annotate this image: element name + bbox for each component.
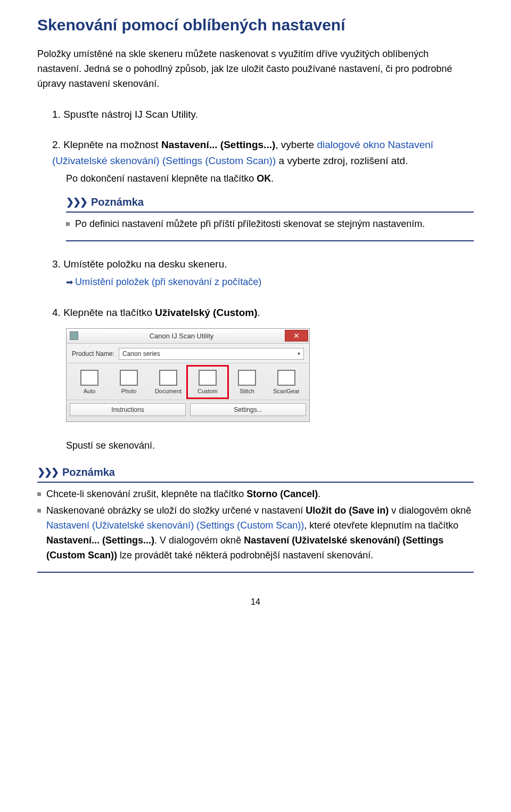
stitch-button[interactable]: Stitch xyxy=(227,367,267,397)
text-bold: Storno (Cancel) xyxy=(246,489,318,499)
bullet-icon xyxy=(66,222,70,226)
text-bold: Nastavení... (Settings...) xyxy=(161,139,275,150)
step-number: 2. xyxy=(52,139,61,150)
product-name-label: Product Name: xyxy=(72,350,114,358)
note-title: Poznámka xyxy=(91,196,144,208)
icon-label: Stitch xyxy=(240,388,254,394)
note-text: Chcete-li skenování zrušit, klepněte na … xyxy=(46,487,320,502)
stitch-icon xyxy=(238,370,256,386)
photo-icon xyxy=(120,370,138,386)
photo-button[interactable]: Photo xyxy=(109,367,149,397)
text: , které otevřete klepnutím na tlačítko xyxy=(304,520,458,531)
text-bold: Nastavení... (Settings...) xyxy=(46,535,154,546)
icon-label: Document xyxy=(155,388,182,394)
text: Po dokončení nastavení klepněte na tlačí… xyxy=(66,173,257,184)
text: Chcete-li skenování zrušit, klepněte na … xyxy=(46,489,246,499)
text-bold: Uživatelský (Custom) xyxy=(155,307,257,318)
text: , vyberte xyxy=(275,139,317,150)
note-box-1: ❯❯❯ Poznámka Po definici nastavení můžet… xyxy=(66,196,474,241)
intro-paragraph: Položky umístěné na skle skeneru můžete … xyxy=(37,47,474,92)
step-number: 3. xyxy=(52,258,61,270)
note-arrows-icon: ❯❯❯ xyxy=(37,466,58,478)
step-4: 4. Klepněte na tlačítko Uživatelský (Cus… xyxy=(52,305,474,320)
text: lze provádět také některá podrobnější na… xyxy=(117,550,373,561)
bullet-icon xyxy=(37,509,41,513)
text: Klepněte na možnost xyxy=(63,139,161,150)
icon-label: ScanGear xyxy=(273,388,300,394)
note-arrows-icon: ❯❯❯ xyxy=(66,196,87,208)
icon-label: Custom xyxy=(197,388,218,394)
text-bold: OK xyxy=(257,173,271,184)
document-icon xyxy=(159,370,177,386)
product-name-select[interactable]: Canon series ▾ xyxy=(119,348,304,360)
settings-button[interactable]: Settings... xyxy=(190,403,306,416)
custom-icon xyxy=(199,370,217,386)
product-name-value: Canon series xyxy=(122,350,160,358)
step-3: 3. Umístěte položku na desku skeneru. xyxy=(52,256,474,272)
text: Klepněte na tlačítko xyxy=(63,307,155,318)
auto-icon xyxy=(80,370,98,386)
step-number: 4. xyxy=(52,307,61,318)
dialog-link[interactable]: Nastavení (Uživatelské skenování) (Setti… xyxy=(46,520,304,531)
text-bold: Uložit do (Save in) xyxy=(306,505,389,516)
note-box-2: ❯❯❯ Poznámka Chcete-li skenování zrušit,… xyxy=(37,466,474,573)
result-text: Spustí se skenování. xyxy=(66,440,474,451)
text: . xyxy=(257,307,260,318)
text: a vyberte zdroj, rozlišení atd. xyxy=(276,155,408,166)
close-button[interactable]: ✕ xyxy=(285,330,308,342)
window-title: Canon IJ Scan Utility xyxy=(78,332,285,340)
note-text: Po definici nastavení můžete při příští … xyxy=(75,217,425,232)
text: . xyxy=(271,173,274,184)
step-number: 1. xyxy=(52,109,61,120)
text: Naskenované obrázky se uloží do složky u… xyxy=(46,505,306,516)
placement-link[interactable]: Umístění položek (při skenování z počíta… xyxy=(75,277,261,287)
scangear-icon xyxy=(277,370,295,386)
instructions-button[interactable]: Instructions xyxy=(70,403,186,416)
bullet-icon xyxy=(37,492,41,496)
text: v dialogovém okně xyxy=(389,505,471,516)
note-text: Naskenované obrázky se uloží do složky u… xyxy=(46,504,474,563)
arrow-right-icon: ➡ xyxy=(66,278,73,287)
custom-button[interactable]: Custom xyxy=(186,365,229,399)
step-2-sub: Po dokončení nastavení klepněte na tlačí… xyxy=(66,172,474,186)
chevron-down-icon: ▾ xyxy=(298,351,300,356)
app-screenshot: Canon IJ Scan Utility ✕ Product Name: Ca… xyxy=(66,328,474,422)
icon-label: Auto xyxy=(84,388,96,394)
auto-button[interactable]: Auto xyxy=(70,367,109,397)
step-text: Spusťte nástroj IJ Scan Utility. xyxy=(63,109,198,120)
icon-label: Photo xyxy=(121,388,137,394)
step-2: 2. Klepněte na možnost Nastavení... (Set… xyxy=(52,137,474,168)
note-title: Poznámka xyxy=(62,466,115,478)
text: . V dialogovém okně xyxy=(154,535,244,546)
page-title: Skenování pomocí oblíbených nastavení xyxy=(37,16,474,34)
text: . xyxy=(318,489,320,499)
app-icon xyxy=(70,331,78,340)
step-text: Umístěte položku na desku skeneru. xyxy=(63,258,227,270)
document-button[interactable]: Document xyxy=(149,367,188,397)
page-number: 14 xyxy=(37,597,474,607)
step-1: 1. Spusťte nástroj IJ Scan Utility. xyxy=(52,107,474,122)
scangear-button[interactable]: ScanGear xyxy=(267,367,306,397)
